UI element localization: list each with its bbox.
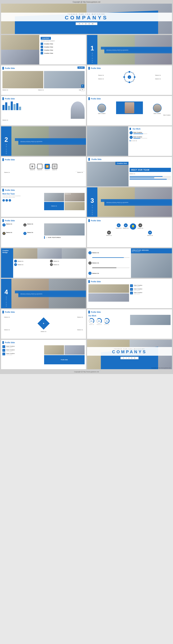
feat-3: ⚡ Datoes Us [2, 232, 22, 239]
dia-label-bot: Datoes Us [41, 331, 46, 332]
meetteam-photo: Creative Ours [87, 162, 129, 186]
meetteam-bars [130, 176, 171, 180]
edit-icon-3a[interactable]: ✎ [81, 88, 84, 92]
pie1: 50% Datoes Us [88, 318, 95, 325]
arrow-label-3: Datoes Us [45, 169, 50, 170]
dl-num3: 3 [130, 292, 133, 294]
creative-ours-label: Creative Ours [117, 162, 127, 164]
svg-text:50%: 50% [98, 320, 101, 322]
dl2-item3: 3 Date Creative Lorem ipsum [2, 352, 43, 355]
content-items: 1 Creative View 2 Creative View 3 Creati… [41, 42, 85, 54]
dot4 [134, 140, 135, 141]
cover-hydom-wrap: H Y D O M [1, 22, 172, 25]
proc-item2: Datoes Us [155, 75, 161, 76]
social-icon-1[interactable]: f [2, 199, 5, 202]
cr-pfill2 [92, 268, 116, 268]
team-photos-row: Date Creative Date Creative [88, 102, 171, 114]
dl2-item2: 2 Date Creative Lorem ipsum [2, 349, 43, 352]
dia-label-bl: Datoes Us [4, 329, 10, 330]
ow2-left: Our Work 50% Datoes Us [88, 315, 129, 325]
item3a-2: Datoes Us [38, 89, 44, 90]
ow-item2-content: Date Creative [133, 136, 147, 138]
nitem-02: 02 Datoes Us [123, 224, 129, 230]
cr-item3: ✦ Datoes Us [88, 272, 130, 275]
dl2-num2: 2 [2, 349, 5, 352]
design3-vert-text: D E S I G N [92, 205, 93, 215]
pbar2 [130, 178, 171, 178]
ft1: Datoes Us [6, 224, 12, 224]
blue-rect-3b [88, 67, 90, 70]
design4-vert-text: D E S I G N [6, 296, 7, 306]
slide-profile-features: Profile Silde ⬆ Datoes Us ☁ Datoes Us [1, 218, 86, 247]
m2-photo3: Datoes Us [44, 202, 64, 210]
design2-vert-text: D E S I G N [6, 144, 7, 154]
cr-icon1: ☁ [88, 251, 92, 254]
feat-1: ⬆ Datoes Us [2, 224, 22, 230]
dl2-photo1 [44, 345, 64, 355]
ow-icon1: ✦ [130, 131, 133, 134]
item4a-1: Datoes Us [2, 120, 85, 121]
cr-text3: Datoes Us [92, 272, 99, 274]
ourwork-title: Our Work [133, 128, 141, 130]
bar6 [16, 103, 18, 110]
cover2-hydom-wrap: H Y D O M [87, 357, 172, 359]
ourwork-title-row: Our Work [130, 128, 171, 130]
features-layout: ⬆ Datoes Us ☁ Datoes Us ⚡ [2, 224, 85, 239]
meetteam-body: Creative Ours MEET OUR TEAM Datoes Us [87, 162, 172, 186]
cl-item2: ✎ Datoes Us [50, 260, 85, 262]
dl-photo1 [88, 284, 129, 293]
arrow-conn-3: › [50, 166, 51, 168]
meet2-title: Meet Our Team [2, 193, 43, 195]
cr-label3: Datoes Us [92, 272, 99, 274]
meet-team-banner: MEET OUR TEAM [130, 168, 171, 172]
profile10b-title: Profile Silde [91, 281, 101, 282]
dl2-content1: Date Creative Lorem ipsum [6, 346, 15, 348]
cr-text1: Datoes Us [92, 252, 99, 254]
cr-item2: ◈ Datoes Us [88, 262, 130, 264]
m2-label1: Datoes Us [64, 193, 85, 195]
cover2-title: COMPANYS [112, 350, 147, 354]
cl-icon4: ★ [50, 263, 53, 266]
profile7a-title-bar: Profile Silde [2, 189, 85, 192]
dl-item3: 3 Date Creative Lorem ipsum [130, 292, 171, 294]
svg-text:50%: 50% [90, 320, 93, 322]
numbered-bottom: 04 Datoes Us 05 Datoes Us [88, 231, 171, 236]
meetteam-profile-title: Profile Silde [92, 158, 102, 160]
arrow-label-1: Datoes Us [30, 169, 35, 170]
cr-ptrack1 [92, 257, 130, 258]
center-diamond: ✦ [37, 318, 50, 330]
slide-design1: 1 D E S I G N Creative Ours DESIGN HYDOM… [87, 35, 172, 64]
bar1 [2, 105, 4, 110]
design3-overlay: Creative Ours DESIGN HYDOM LIFESTYLE MOD… [101, 199, 172, 202]
dl-sub2: Lorem ipsum [134, 290, 142, 291]
ft4: Datoes Us [27, 232, 33, 233]
social-icon-3[interactable]: in [9, 199, 11, 202]
meet2-photos: Datoes Us Datoes Us [44, 193, 85, 210]
meetteam-right: MEET OUR TEAM Datoes Us [129, 162, 172, 186]
proc-item1: Datoes Us [98, 78, 104, 80]
avatar-1 [97, 104, 106, 112]
content-list-area: CONTENT DESIGN SLIDE NUMBER 1 Creative V… [39, 35, 86, 64]
n-badge-05: 05 [148, 231, 152, 234]
design3-side: 3 D E S I G N [87, 187, 97, 217]
ourwork-photo [87, 126, 128, 156]
cover-slide: THANKS FOR YOU WATCHING COMPANYS H Y D O… [1, 4, 172, 34]
pfill3 [130, 179, 167, 180]
dot2 [131, 140, 132, 141]
search-icon-3a[interactable]: 🔍 [81, 84, 84, 88]
social-icons: f t in [2, 199, 43, 202]
dot5 [136, 140, 137, 141]
social-icon-2[interactable]: t [5, 199, 8, 202]
item3a-1: Datoes Us [2, 89, 8, 90]
bar2 [5, 102, 7, 110]
avatar-2 [153, 104, 162, 112]
design1-overlay: Creative Ours DESIGN HYDOM LIFESTYLE MOD… [101, 47, 172, 50]
windows-icon: ⊞ [30, 164, 35, 169]
pbar3 [130, 179, 171, 180]
content-header: CONTENT [41, 37, 51, 40]
photo-desk-bottom [1, 50, 39, 64]
content-item-1: 1 Creative View [41, 42, 85, 45]
profile3a-title: Profile Silde [5, 67, 15, 69]
pfill2 [130, 178, 155, 178]
dl2-label1: Date Creative [6, 346, 15, 347]
